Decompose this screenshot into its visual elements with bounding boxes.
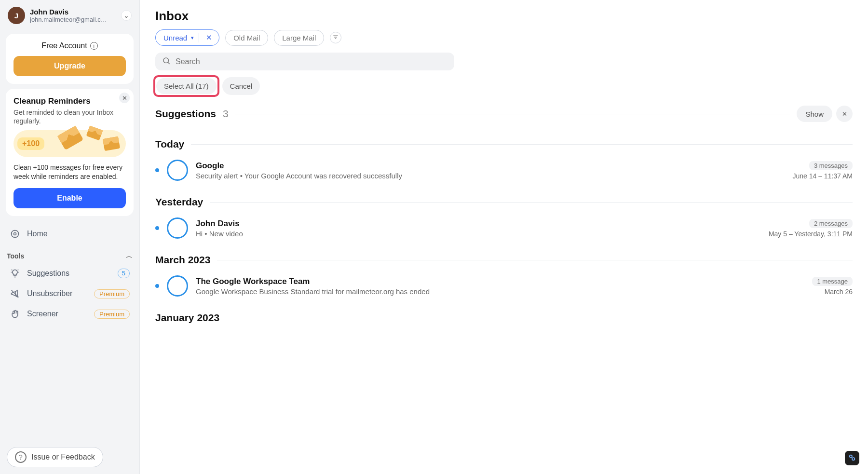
chevron-up-icon: ︿ [126,252,133,260]
section-title: Yesterday [155,196,203,208]
account-chevron[interactable]: ⌄ [121,10,132,21]
info-icon[interactable]: i [90,42,98,50]
section-title: January 2023 [155,312,219,324]
search-icon [162,56,171,67]
select-all-button[interactable]: Select All (17) [156,78,217,94]
separator [199,33,199,42]
section-title: Suggestions [155,108,216,120]
main: Inbox Unread ▾ ✕ Old Mail Large Mail [140,0,868,474]
sidebar-item-suggestions[interactable]: Suggestions 5 [6,263,134,284]
account-name: John Davis [30,8,116,16]
chip-label: Old Mail [233,34,260,42]
floating-widget[interactable] [845,451,859,465]
separator [235,114,790,114]
unread-dot-icon [155,226,159,230]
filter-settings-button[interactable] [330,32,341,43]
sidebar-item-unsubscriber[interactable]: Unsubscriber Premium [6,284,134,304]
sidebar-item-label: Home [27,230,48,238]
account-email: john.mailmeteor@gmail.c… [30,16,112,23]
select-row: Select All (17) Cancel [155,77,853,95]
message-count: 2 messages [809,219,853,228]
sidebar-item-label: Screener [27,310,58,318]
email-preview: Hi • New video [196,230,761,238]
section-yesterday: Yesterday [155,196,853,208]
filter-chip-unread[interactable]: Unread ▾ ✕ [155,29,219,46]
email-row[interactable]: John Davis Hi • New video 2 messages May… [155,211,853,245]
cancel-button[interactable]: Cancel [222,77,260,95]
cleanup-subtitle: Get reminded to clean your Inbox regular… [14,108,126,125]
upgrade-button[interactable]: Upgrade [14,56,126,76]
section-march: March 2023 [155,254,853,266]
tools-label: Tools [7,252,24,260]
feedback-label: Issue or Feedback [31,453,95,461]
sidebar: J John Davis john.mailmeteor@gmail.c… ⌄ … [0,0,140,474]
separator [210,202,853,203]
cleanup-card: ✕ Cleanup Reminders Get reminded to clea… [6,89,134,216]
filter-chip-old-mail[interactable]: Old Mail [225,30,268,46]
filter-row: Unread ▾ ✕ Old Mail Large Mail [155,29,853,46]
email-date: March 26 [825,288,853,296]
suggestions-count: 5 [118,269,130,278]
sidebar-item-home[interactable]: Home [6,224,134,244]
unread-dot-icon [155,168,159,172]
enable-button[interactable]: Enable [14,188,126,208]
search-input[interactable] [176,57,448,66]
home-icon [10,229,20,239]
page-title: Inbox [155,9,853,24]
section-count: 3 [223,108,229,120]
help-icon: ? [15,451,27,463]
section-title: March 2023 [155,254,210,266]
section-title: Today [155,138,184,150]
email-date: May 5 – Yesterday, 3:11 PM [769,230,853,238]
email-sender: John Davis [196,219,761,229]
chevron-down-icon: ▾ [191,35,194,41]
envelope-icon [103,136,120,151]
tools-header[interactable]: Tools ︿ [6,244,134,263]
separator [226,318,853,318]
svg-point-8 [850,455,852,457]
sidebar-item-screener[interactable]: Screener Premium [6,304,134,324]
filter-icon [332,34,339,42]
search-field[interactable] [155,53,454,70]
svg-line-7 [168,62,169,64]
select-checkbox[interactable] [167,217,188,239]
unread-dot-icon [155,284,159,288]
premium-badge: Premium [94,310,130,319]
filter-chip-large-mail[interactable]: Large Mail [274,30,324,46]
close-icon[interactable]: ✕ [204,32,214,43]
chip-label: Unread [163,34,187,42]
cleanup-body: Clean +100 messages for free every week … [14,163,126,181]
cleanup-close-button[interactable]: ✕ [119,93,130,103]
show-button[interactable]: Show [797,106,832,122]
section-january: January 2023 [155,312,853,324]
dismiss-suggestions-button[interactable]: ✕ [836,106,853,122]
chevron-down-icon: ⌄ [123,12,129,19]
message-count: 1 message [812,277,853,286]
email-row[interactable]: Google Security alert • Your Google Acco… [155,153,853,188]
lightbulb-icon [10,268,20,279]
close-icon: ✕ [122,95,127,102]
close-icon: ✕ [842,110,847,118]
plan-label: Free Account [41,41,87,50]
highlight-marker: Select All (17) [155,77,217,95]
email-sender: Google [196,161,785,171]
bonus-badge: +100 [17,137,44,150]
email-sender: The Google Workspace Team [196,277,804,286]
section-suggestions: Suggestions 3 Show ✕ [155,106,853,122]
svg-point-1 [14,233,16,235]
select-checkbox[interactable] [167,160,188,181]
email-row[interactable]: The Google Workspace Team Google Workspa… [155,269,853,303]
select-checkbox[interactable] [167,275,188,297]
separator [217,260,853,260]
section-today: Today [155,138,853,150]
envelope-icon [57,126,83,150]
message-count: 3 messages [809,161,853,170]
plan-card: Free Account i Upgrade [6,34,134,84]
cleanup-title: Cleanup Reminders [14,96,126,106]
account-switcher[interactable]: J John Davis john.mailmeteor@gmail.c… ⌄ [6,5,134,29]
email-preview: Security alert • Your Google Account was… [196,172,785,180]
avatar: J [8,7,25,24]
feedback-button[interactable]: ? Issue or Feedback [7,447,103,467]
chip-label: Large Mail [282,34,316,42]
email-date: June 14 – 11:37 AM [792,172,853,180]
